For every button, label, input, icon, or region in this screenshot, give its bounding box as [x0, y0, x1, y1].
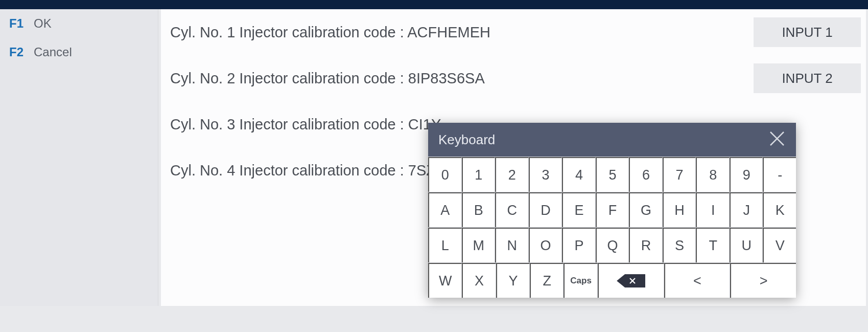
- injector-code-text: Cyl. No. 2 Injector calibration code : 8…: [170, 70, 485, 87]
- keyboard-title: Keyboard: [438, 132, 495, 148]
- key-6[interactable]: 6: [629, 157, 663, 192]
- fkey-label: F2: [9, 45, 27, 59]
- injector-row-1: Cyl. No. 1 Injector calibration code : A…: [161, 9, 866, 55]
- backspace-icon: [617, 274, 645, 287]
- keyboard-header: Keyboard: [428, 123, 796, 157]
- key-k[interactable]: K: [763, 192, 796, 227]
- key-p[interactable]: P: [562, 228, 596, 262]
- sidebar-button-cancel[interactable]: F2 Cancel: [0, 38, 158, 67]
- key-y[interactable]: Y: [496, 263, 530, 298]
- key-l[interactable]: L: [428, 228, 462, 262]
- key-b[interactable]: B: [462, 192, 496, 227]
- key-8[interactable]: 8: [696, 157, 730, 192]
- key-c[interactable]: C: [495, 192, 529, 227]
- key-m[interactable]: M: [462, 228, 496, 262]
- injector-row-2: Cyl. No. 2 Injector calibration code : 8…: [161, 55, 866, 101]
- input-2-button[interactable]: INPUT 2: [754, 63, 861, 93]
- key-e[interactable]: E: [562, 192, 596, 227]
- key-d[interactable]: D: [529, 192, 562, 227]
- key-t[interactable]: T: [696, 228, 730, 262]
- onscreen-keyboard: Keyboard 0 1 2 3 4 5 6 7 8 9 - A B C D E…: [428, 123, 796, 298]
- key-gt[interactable]: >: [730, 263, 796, 298]
- key-u[interactable]: U: [730, 228, 763, 262]
- injector-code-text: Cyl. No. 4 Injector calibration code : 7…: [170, 162, 439, 179]
- key-f[interactable]: F: [596, 192, 629, 227]
- key-i[interactable]: I: [696, 192, 730, 227]
- keyboard-row-4: W X Y Z Caps < >: [428, 262, 796, 298]
- key-n[interactable]: N: [495, 228, 529, 262]
- key-5[interactable]: 5: [596, 157, 629, 192]
- key-h[interactable]: H: [663, 192, 696, 227]
- key-caps[interactable]: Caps: [564, 263, 597, 298]
- sidebar-button-ok[interactable]: F1 OK: [0, 9, 158, 38]
- keyboard-row-3: L M N O P Q R S T U V: [428, 227, 796, 262]
- sidebar: F1 OK F2 Cancel: [0, 9, 158, 306]
- key-4[interactable]: 4: [562, 157, 596, 192]
- injector-code-text: Cyl. No. 1 Injector calibration code : A…: [170, 24, 490, 41]
- key-0[interactable]: 0: [428, 157, 462, 192]
- key-s[interactable]: S: [663, 228, 696, 262]
- key-q[interactable]: Q: [596, 228, 629, 262]
- key-1[interactable]: 1: [462, 157, 496, 192]
- key-x[interactable]: X: [462, 263, 496, 298]
- key-g[interactable]: G: [629, 192, 663, 227]
- key-lt[interactable]: <: [664, 263, 731, 298]
- key-9[interactable]: 9: [730, 157, 763, 192]
- key-z[interactable]: Z: [530, 263, 564, 298]
- sidebar-item-label: Cancel: [34, 45, 72, 59]
- keyboard-row-2: A B C D E F G H I J K: [428, 192, 796, 227]
- key-3[interactable]: 3: [529, 157, 562, 192]
- key-w[interactable]: W: [428, 263, 462, 298]
- input-1-button[interactable]: INPUT 1: [754, 17, 861, 47]
- key-2[interactable]: 2: [495, 157, 529, 192]
- key-o[interactable]: O: [529, 228, 562, 262]
- sidebar-item-label: OK: [34, 16, 52, 31]
- injector-code-text: Cyl. No. 3 Injector calibration code : C…: [170, 116, 441, 133]
- fkey-label: F1: [9, 16, 27, 31]
- key-hyphen[interactable]: -: [763, 157, 796, 192]
- key-j[interactable]: J: [730, 192, 763, 227]
- key-r[interactable]: R: [629, 228, 663, 262]
- keyboard-row-1: 0 1 2 3 4 5 6 7 8 9 -: [428, 157, 796, 192]
- key-v[interactable]: V: [763, 228, 796, 262]
- key-a[interactable]: A: [428, 192, 462, 227]
- key-7[interactable]: 7: [663, 157, 696, 192]
- key-backspace[interactable]: [598, 263, 664, 298]
- close-icon[interactable]: [768, 130, 786, 149]
